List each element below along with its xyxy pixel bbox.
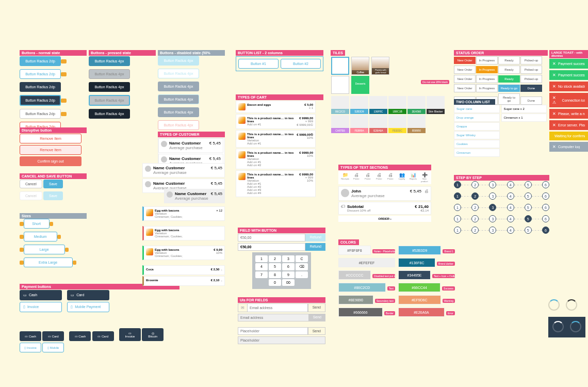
step-dot[interactable]: 1	[454, 192, 461, 200]
color-tile[interactable]: FEE02C	[388, 115, 406, 133]
status-button[interactable]: Ready	[498, 56, 520, 64]
pay-card[interactable]: ▭ Card	[67, 290, 109, 300]
refund-button[interactable]: Refund	[305, 243, 325, 251]
toast[interactable]: ✕Please, write a note	[549, 109, 588, 119]
pay-invoice-sm2[interactable]: ▯ Invoice	[20, 343, 41, 352]
pay-mobile-sm[interactable]: ▯ Mobile	[42, 343, 64, 352]
color-tile[interactable]: CA87E6	[331, 115, 349, 133]
tile-panini[interactable]: Paninis with garlic bread	[371, 57, 389, 75]
keypad-key[interactable]: 6	[282, 263, 295, 270]
ph-input-gray[interactable]	[238, 336, 325, 344]
step-dot[interactable]: 4	[507, 192, 514, 200]
egg-item[interactable]: Egg with baconsVariationCinnamon; Cookie…	[142, 206, 225, 221]
status-button[interactable]: In Progress	[476, 56, 498, 64]
step-dot[interactable]: 1	[454, 227, 461, 234]
toast[interactable]: ✕Payment successful	[549, 70, 588, 80]
close-icon[interactable]: ✕	[552, 144, 556, 149]
status-button[interactable]: In Progress	[476, 84, 498, 92]
status-button[interactable]: New Order	[454, 75, 476, 83]
keypad-key[interactable]: 2	[269, 255, 281, 262]
btn-gray-outline[interactable]: Button Radius 2dp	[20, 109, 61, 119]
close-icon[interactable]: ✕ ⚠	[552, 95, 560, 105]
color-tile[interactable]: FE889A	[350, 115, 368, 133]
toolbar-icon[interactable]: 🖨Printer	[385, 172, 396, 183]
toolbar-icon[interactable]: 📊Reports	[408, 172, 418, 183]
tile-coffee[interactable]: Coffee	[351, 57, 369, 75]
status-button[interactable]: Ready	[498, 66, 520, 74]
step-dot[interactable]: 3	[489, 227, 496, 234]
simple-item[interactable]: Coca€ 2,50›	[142, 265, 225, 275]
send-button[interactable]: Send	[308, 303, 325, 312]
step-dot[interactable]: 3	[489, 204, 496, 211]
list-item[interactable]: Drop orange	[454, 114, 500, 122]
remove-item-outline[interactable]: Remove Item	[20, 134, 81, 143]
color-tile[interactable]: B58950	[407, 115, 426, 133]
simple-item[interactable]: Brownie€ 2,10›	[142, 276, 225, 286]
keypad-key[interactable]: 8	[269, 271, 281, 278]
remove-item-hover[interactable]: Remove Item	[20, 145, 81, 155]
toolbar-icon[interactable]: 📁Receipts	[340, 172, 350, 183]
pay-card-sm[interactable]: ▭ Card	[42, 331, 64, 341]
close-icon[interactable]: ✕	[552, 123, 556, 127]
btn-white[interactable]: Button Radius 2dp	[20, 69, 61, 79]
color-tile[interactable]: 52B3D9	[350, 96, 368, 114]
btn-list-2[interactable]: Button #2	[281, 59, 321, 69]
printer-icon[interactable]: 🖨	[424, 189, 429, 198]
btn-teal[interactable]: Button Radius 2dp	[20, 56, 61, 66]
close-icon[interactable]: ✕	[552, 73, 556, 77]
cart-item[interactable]: This is a product name… in two linesVari…	[236, 130, 316, 148]
size-medium[interactable]: Medium	[24, 232, 57, 241]
status-button[interactable]: New Order	[454, 66, 476, 74]
toast[interactable]: ✕Payment successful	[549, 59, 588, 69]
step-dot[interactable]: 6	[542, 227, 549, 234]
list-item[interactable]: Grappa	[454, 122, 500, 131]
keypad-key[interactable]: 00	[282, 279, 295, 286]
btn-navy-b-pressed[interactable]: Button Radius 4px	[89, 95, 130, 106]
step-dot[interactable]: 2	[471, 181, 479, 188]
toolbar-icon[interactable]: 🖨Printer	[351, 172, 362, 183]
ph-input[interactable]	[238, 327, 308, 335]
color-tile[interactable]: Skin Blacker	[427, 96, 445, 114]
pay-card-sm2[interactable]: ▭ Card	[92, 331, 114, 341]
step-dot[interactable]: 1	[454, 181, 461, 188]
step-dot[interactable]: 2	[471, 215, 479, 222]
list-item[interactable]: Cookies	[454, 140, 500, 148]
step-dot[interactable]: 2	[471, 204, 479, 211]
confirm-signout[interactable]: Confirm sign out	[20, 156, 81, 166]
btn-teal-pressed[interactable]: Button Radius 4px	[89, 56, 130, 66]
step-dot[interactable]: 3	[489, 192, 496, 200]
step-dot[interactable]: 1	[454, 204, 461, 211]
btn-gray-pressed[interactable]: Button Radius 4px	[89, 69, 130, 79]
step-dot[interactable]: 5	[525, 181, 532, 188]
close-icon[interactable]: ✕	[552, 111, 556, 116]
toast[interactable]: ✕Error server. Please, re	[549, 120, 588, 130]
keypad-key[interactable]: 7	[255, 271, 268, 278]
keypad-key[interactable]: 0	[269, 279, 281, 286]
toolbar-icon[interactable]: ➕New product	[419, 172, 430, 183]
status-button[interactable]: New Order	[454, 57, 476, 64]
btn-dark-pressed[interactable]: Button Radius 4px	[89, 109, 130, 119]
email-input[interactable]	[247, 303, 308, 312]
pay-invoice[interactable]: ▯ Invoice	[20, 302, 62, 312]
cart-item[interactable]: This is a product name… in two linesVari…	[236, 170, 316, 197]
customer-row[interactable]: Name CustomerAverage purchase€ 5,45	[158, 138, 223, 153]
keypad-key[interactable]: C	[296, 255, 308, 262]
list-item[interactable]: Cinnamon	[454, 149, 500, 157]
toolbar-icon[interactable]: 🖨Printer	[363, 172, 373, 183]
save-button[interactable]: Save	[43, 180, 63, 188]
step-dot[interactable]: 4	[507, 227, 514, 234]
pay-mobile[interactable]: ▯ Mobile Payment	[67, 302, 109, 312]
customer-row-gray[interactable]: Name CustomerAverage purchase € 5,45	[164, 189, 225, 203]
pay-invoice-sm[interactable]: ▭ Invoice	[119, 328, 141, 341]
step-dot[interactable]: 5	[525, 192, 532, 200]
keypad-key[interactable]: .	[296, 271, 308, 278]
btn-list-1[interactable]: Button #1	[238, 59, 279, 69]
keypad-key[interactable]: 3	[282, 255, 295, 262]
status-button[interactable]: Picked-up	[520, 75, 542, 83]
send-button-2[interactable]: Send	[308, 327, 325, 335]
size-extra large[interactable]: Extra Large	[24, 257, 73, 267]
amount-input[interactable]	[238, 234, 305, 241]
list-item[interactable]: Cinnamon x 1	[501, 114, 547, 122]
btn-navy-pressed[interactable]: Button Radius 4px	[89, 82, 130, 92]
step-dot[interactable]: 6	[542, 181, 549, 188]
